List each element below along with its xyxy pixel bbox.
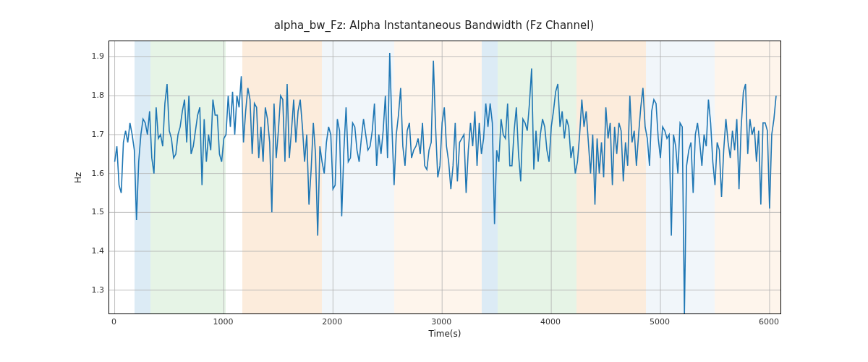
chart-title: alpha_bw_Fz: Alpha Instantaneous Bandwid…: [0, 19, 868, 32]
chart-figure: alpha_bw_Fz: Alpha Instantaneous Bandwid…: [0, 0, 868, 362]
y-tick-label: 1.8: [68, 90, 104, 100]
grid-lines: [109, 41, 780, 313]
x-tick-label: 6000: [759, 317, 779, 327]
y-tick-label: 1.3: [68, 285, 104, 294]
x-tick-label: 3000: [431, 317, 451, 327]
chart-axes: [109, 41, 781, 314]
plot-svg: [109, 41, 780, 313]
x-axis-label: Time(s): [109, 329, 781, 339]
y-tick-label: 1.5: [68, 207, 104, 216]
y-tick-label: 1.9: [68, 51, 104, 61]
y-tick-label: 1.7: [68, 129, 104, 138]
x-tick-label: 4000: [540, 317, 561, 327]
x-tick-label: 2000: [322, 317, 342, 327]
x-tick-label: 0: [111, 317, 116, 327]
y-tick-label: 1.4: [68, 246, 104, 256]
data-series-line: [115, 53, 776, 313]
x-tick-label: 5000: [650, 317, 670, 327]
y-tick-label: 1.6: [68, 168, 104, 177]
x-tick-label: 1000: [213, 317, 233, 327]
